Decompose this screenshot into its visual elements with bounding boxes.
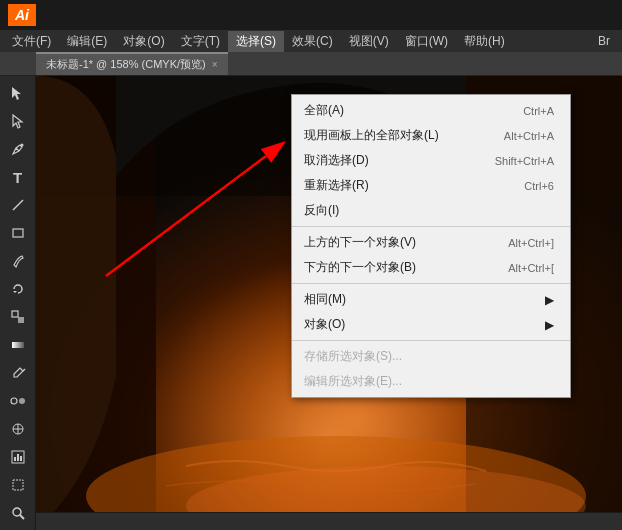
tool-select[interactable] (4, 80, 32, 106)
menu-save-selection: 存储所选对象(S)... (292, 344, 570, 369)
canvas-area: 全部(A) Ctrl+A 现用画板上的全部对象(L) Alt+Ctrl+A 取消… (36, 76, 622, 530)
svg-marker-3 (13, 291, 17, 293)
menu-all[interactable]: 全部(A) Ctrl+A (292, 98, 570, 123)
tool-symbol[interactable] (4, 416, 32, 442)
svg-point-18 (13, 508, 21, 516)
menu-window[interactable]: 窗口(W) (397, 31, 456, 52)
menu-same[interactable]: 相同(M) ▶ (292, 287, 570, 312)
tool-rectangle[interactable] (4, 220, 32, 246)
menu-reselect-label: 重新选择(R) (304, 177, 369, 194)
separator-1 (292, 226, 570, 227)
menu-next-above-label: 上方的下一个对象(V) (304, 234, 416, 251)
menu-select[interactable]: 选择(S) (228, 31, 284, 52)
svg-rect-2 (13, 229, 23, 237)
menu-deselect[interactable]: 取消选择(D) Shift+Ctrl+A (292, 148, 570, 173)
menu-same-label: 相同(M) (304, 291, 346, 308)
menu-text[interactable]: 文字(T) (173, 31, 228, 52)
submenu-arrow-object: ▶ (545, 318, 554, 332)
menu-reselect-shortcut: Ctrl+6 (524, 180, 554, 192)
status-bar (36, 512, 622, 530)
submenu-arrow-same: ▶ (545, 293, 554, 307)
svg-rect-16 (20, 456, 22, 461)
svg-line-7 (23, 369, 25, 371)
tool-zoom[interactable] (4, 500, 32, 526)
svg-rect-15 (17, 454, 19, 461)
svg-point-8 (11, 398, 17, 404)
menu-edit-selection: 编辑所选对象(E)... (292, 369, 570, 394)
menu-all-label: 全部(A) (304, 102, 344, 119)
menu-next-above-shortcut: Alt+Ctrl+] (508, 237, 554, 249)
tool-pencil[interactable] (4, 248, 32, 274)
svg-line-1 (13, 200, 23, 210)
menu-object[interactable]: 对象(O) (115, 31, 172, 52)
menu-all-on-artboard[interactable]: 现用画板上的全部对象(L) Alt+Ctrl+A (292, 123, 570, 148)
dropdown-menu: 全部(A) Ctrl+A 现用画板上的全部对象(L) Alt+Ctrl+A 取消… (291, 94, 571, 398)
svg-rect-4 (12, 311, 18, 317)
title-bar: Ai (0, 0, 622, 30)
menu-bar: 文件(F) 编辑(E) 对象(O) 文字(T) 选择(S) 效果(C) 视图(V… (0, 30, 622, 52)
menu-next-above[interactable]: 上方的下一个对象(V) Alt+Ctrl+] (292, 230, 570, 255)
menu-object[interactable]: 对象(O) ▶ (292, 312, 570, 337)
tool-type[interactable]: T (4, 164, 32, 190)
menu-reselect[interactable]: 重新选择(R) Ctrl+6 (292, 173, 570, 198)
menu-save-selection-label: 存储所选对象(S)... (304, 348, 402, 365)
menu-br[interactable]: Br (590, 32, 618, 50)
svg-line-28 (106, 156, 266, 276)
menu-inverse[interactable]: 反向(I) (292, 198, 570, 223)
svg-point-0 (20, 144, 23, 147)
menu-file[interactable]: 文件(F) (4, 31, 59, 52)
menu-next-below[interactable]: 下方的下一个对象(B) Alt+Ctrl+[ (292, 255, 570, 280)
menu-effect[interactable]: 效果(C) (284, 31, 341, 52)
tool-gradient[interactable] (4, 332, 32, 358)
menu-view[interactable]: 视图(V) (341, 31, 397, 52)
svg-rect-17 (13, 480, 23, 490)
tool-line[interactable] (4, 192, 32, 218)
menu-next-below-shortcut: Alt+Ctrl+[ (508, 262, 554, 274)
svg-rect-14 (14, 457, 16, 461)
menu-all-shortcut: Ctrl+A (523, 105, 554, 117)
tool-scale[interactable] (4, 304, 32, 330)
tool-artboard[interactable] (4, 472, 32, 498)
menu-help[interactable]: 帮助(H) (456, 31, 513, 52)
tool-blend[interactable] (4, 388, 32, 414)
separator-2 (292, 283, 570, 284)
svg-line-19 (20, 515, 24, 519)
tool-graph[interactable] (4, 444, 32, 470)
separator-3 (292, 340, 570, 341)
tool-eyedropper[interactable] (4, 360, 32, 386)
menu-object-label: 对象(O) (304, 316, 345, 333)
app-logo: Ai (8, 4, 36, 26)
toolbar: T (0, 76, 36, 530)
menu-all-on-artboard-label: 现用画板上的全部对象(L) (304, 127, 439, 144)
menu-deselect-label: 取消选择(D) (304, 152, 369, 169)
svg-point-9 (19, 398, 25, 404)
tab-label: 未标题-1* @ 158% (CMYK/预览) (46, 57, 206, 72)
menu-inverse-label: 反向(I) (304, 202, 339, 219)
tool-rotate[interactable] (4, 276, 32, 302)
svg-rect-6 (12, 342, 24, 348)
menu-all-on-artboard-shortcut: Alt+Ctrl+A (504, 130, 554, 142)
tab-bar: 未标题-1* @ 158% (CMYK/预览) × (0, 52, 622, 76)
tool-direct-select[interactable] (4, 108, 32, 134)
main-area: T (0, 76, 622, 530)
tab-close-button[interactable]: × (212, 59, 218, 70)
document-tab[interactable]: 未标题-1* @ 158% (CMYK/预览) × (36, 52, 228, 75)
menu-deselect-shortcut: Shift+Ctrl+A (495, 155, 554, 167)
tool-pen[interactable] (4, 136, 32, 162)
svg-rect-5 (18, 317, 24, 323)
menu-next-below-label: 下方的下一个对象(B) (304, 259, 416, 276)
menu-edit-selection-label: 编辑所选对象(E)... (304, 373, 402, 390)
menu-edit[interactable]: 编辑(E) (59, 31, 115, 52)
